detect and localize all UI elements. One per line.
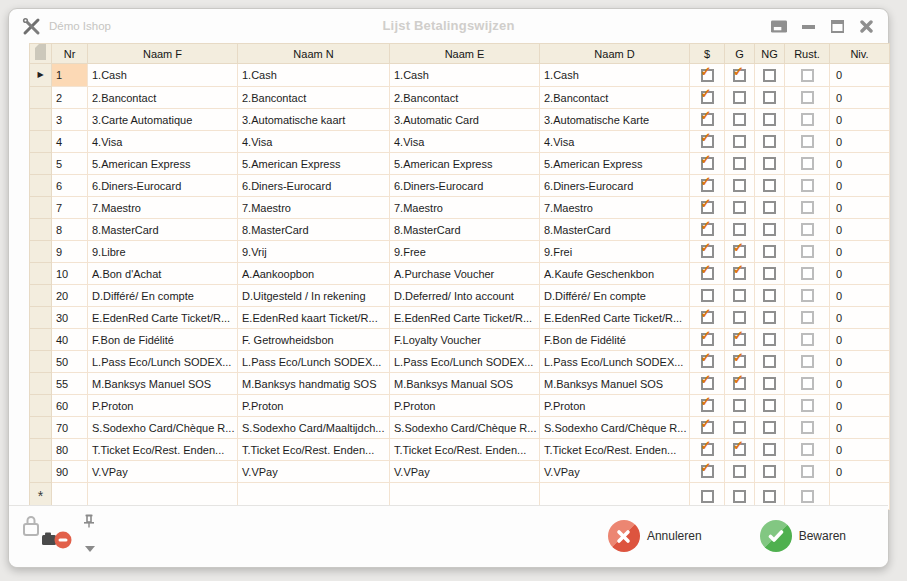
cell-naam-n[interactable]: L.Pass Eco/Lunch SODEX...	[238, 351, 390, 373]
column-header-ng[interactable]: NG	[755, 44, 785, 64]
cell-naam-d[interactable]: 5.American Express	[540, 153, 690, 175]
cell-naam-e[interactable]: F.Loyalty Voucher	[390, 329, 540, 351]
cell-nr[interactable]: 60	[52, 395, 88, 417]
cell-naam-f[interactable]: 6.Diners-Eurocard	[88, 175, 238, 197]
cell-naam-d[interactable]: E.EdenRed Carte Ticket/R...	[540, 307, 690, 329]
cell-niv[interactable]: 0	[830, 153, 890, 175]
g-checkbox[interactable]	[733, 91, 746, 104]
minimize-icon[interactable]	[800, 19, 816, 33]
cell-naam-n[interactable]: 2.Bancontact	[238, 87, 390, 109]
dollar-checkbox[interactable]	[701, 333, 714, 346]
cell-naam-d[interactable]: A.Kaufe Geschenkbon	[540, 263, 690, 285]
ng-checkbox[interactable]	[763, 355, 776, 368]
cell-nr[interactable]: 3	[52, 109, 88, 131]
cell-naam-e[interactable]: V.VPay	[390, 461, 540, 483]
cancel-button[interactable]: Annuleren	[608, 520, 702, 552]
cell-nr[interactable]: 6	[52, 175, 88, 197]
cell-niv[interactable]: 0	[830, 64, 890, 87]
cell-naam-d[interactable]: D.Différé/ En compte	[540, 285, 690, 307]
rust-checkbox[interactable]	[801, 421, 814, 434]
dollar-checkbox[interactable]	[701, 465, 714, 478]
column-header-g[interactable]: G	[725, 44, 755, 64]
cell-naam-e[interactable]: 3.Automatic Card	[390, 109, 540, 131]
cell-niv[interactable]: 0	[830, 263, 890, 285]
cell-nr[interactable]: 9	[52, 241, 88, 263]
cell-niv[interactable]: 0	[830, 439, 890, 461]
ng-checkbox[interactable]	[763, 333, 776, 346]
rust-checkbox[interactable]	[801, 113, 814, 126]
cell-nr[interactable]: 10	[52, 263, 88, 285]
cell-nr[interactable]: 70	[52, 417, 88, 439]
cell-nr[interactable]: 7	[52, 197, 88, 219]
cell-nr[interactable]: 50	[52, 351, 88, 373]
cell-niv[interactable]: 0	[830, 197, 890, 219]
column-header-niv[interactable]: Niv.	[830, 44, 890, 64]
g-checkbox[interactable]	[733, 421, 746, 434]
cell-naam-d[interactable]: T.Ticket Eco/Rest. Enden...	[540, 439, 690, 461]
rust-checkbox[interactable]	[801, 245, 814, 258]
cell-niv[interactable]: 0	[830, 131, 890, 153]
rust-checkbox[interactable]	[801, 157, 814, 170]
dollar-checkbox[interactable]	[701, 267, 714, 280]
g-checkbox[interactable]	[733, 443, 746, 456]
cell-naam-e[interactable]: E.EdenRed Carte Ticket/R...	[390, 307, 540, 329]
cell-naam-f[interactable]: 8.MasterCard	[88, 219, 238, 241]
dollar-checkbox[interactable]	[701, 179, 714, 192]
cell-naam-n[interactable]: P.Proton	[238, 395, 390, 417]
cell-naam-n[interactable]: 6.Diners-Eurocard	[238, 175, 390, 197]
rust-checkbox[interactable]	[801, 490, 814, 503]
cell-naam-f[interactable]: A.Bon d'Achat	[88, 263, 238, 285]
cell-naam-f[interactable]: E.EdenRed Carte Ticket/R...	[88, 307, 238, 329]
column-header-nr[interactable]: Nr	[52, 44, 88, 64]
ng-checkbox[interactable]	[763, 443, 776, 456]
row-selector[interactable]	[30, 153, 52, 175]
cell-naam-n[interactable]: 1.Cash	[238, 64, 390, 87]
cell-naam-d[interactable]: V.VPay	[540, 461, 690, 483]
cell-naam-f[interactable]: D.Différé/ En compte	[88, 285, 238, 307]
cell-naam-n[interactable]: 5.American Express	[238, 153, 390, 175]
cell-naam-f[interactable]: 4.Visa	[88, 131, 238, 153]
camera-off-icon[interactable]	[41, 528, 75, 556]
dollar-checkbox[interactable]	[701, 377, 714, 390]
row-selector[interactable]	[30, 351, 52, 373]
cell-naam-f[interactable]: 5.American Express	[88, 153, 238, 175]
rust-checkbox[interactable]	[801, 135, 814, 148]
rust-checkbox[interactable]	[801, 333, 814, 346]
row-selector[interactable]	[30, 241, 52, 263]
cell-naam-f[interactable]: V.VPay	[88, 461, 238, 483]
cell-naam-d[interactable]: 1.Cash	[540, 64, 690, 87]
cell-naam-e[interactable]: 8.MasterCard	[390, 219, 540, 241]
rust-checkbox[interactable]	[801, 179, 814, 192]
save-button[interactable]: Bewaren	[760, 520, 846, 552]
rust-checkbox[interactable]	[801, 223, 814, 236]
row-selector[interactable]	[30, 175, 52, 197]
ng-checkbox[interactable]	[763, 157, 776, 170]
cell-naam-f[interactable]: 3.Carte Automatique	[88, 109, 238, 131]
row-selector[interactable]: ▶	[30, 64, 52, 87]
g-checkbox[interactable]	[733, 223, 746, 236]
g-checkbox[interactable]	[733, 289, 746, 302]
dollar-checkbox[interactable]	[701, 399, 714, 412]
cell-naam-f[interactable]: 2.Bancontact	[88, 87, 238, 109]
dollar-checkbox[interactable]	[701, 289, 714, 302]
chevron-down-icon[interactable]	[85, 538, 95, 556]
screen-icon[interactable]	[771, 19, 787, 33]
cell-naam-e[interactable]: T.Ticket Eco/Rest. Enden...	[390, 439, 540, 461]
dollar-checkbox[interactable]	[701, 157, 714, 170]
cell-niv[interactable]: 0	[830, 417, 890, 439]
g-checkbox[interactable]	[733, 135, 746, 148]
cell-naam-n[interactable]: D.Uitgesteld / In rekening	[238, 285, 390, 307]
column-header-naam-d[interactable]: Naam D	[540, 44, 690, 64]
cell-nr[interactable]: 90	[52, 461, 88, 483]
cell-niv[interactable]: 0	[830, 219, 890, 241]
cell-naam-f[interactable]: M.Banksys Manuel SOS	[88, 373, 238, 395]
rust-checkbox[interactable]	[801, 91, 814, 104]
cell-niv[interactable]: 0	[830, 329, 890, 351]
cell-nr[interactable]: 1	[52, 64, 88, 87]
cell-niv[interactable]: 0	[830, 109, 890, 131]
g-checkbox[interactable]	[733, 465, 746, 478]
cell-naam-d[interactable]: 6.Diners-Eurocard	[540, 175, 690, 197]
g-checkbox[interactable]	[733, 245, 746, 258]
cell-naam-e[interactable]: 5.American Express	[390, 153, 540, 175]
cell-naam-e[interactable]: 4.Visa	[390, 131, 540, 153]
